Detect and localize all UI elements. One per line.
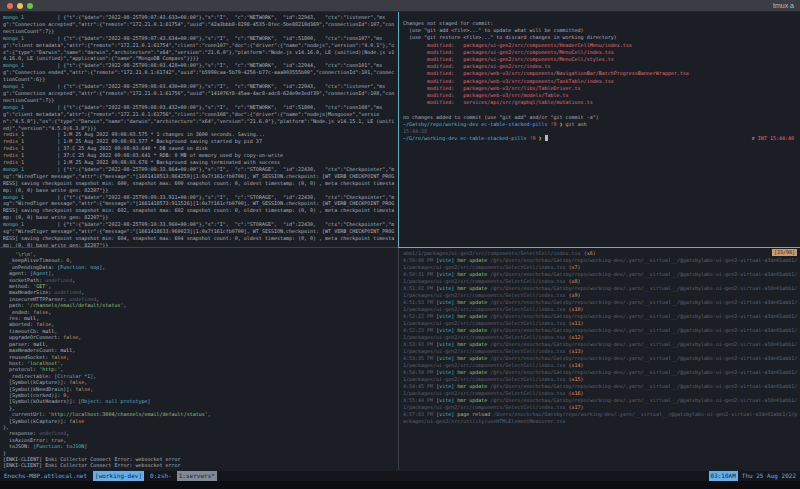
terminal-line: 4:54:34 PM [vite] hmr update /@fs/Users/… bbox=[403, 369, 798, 383]
terminal-line: ~/G/re/working-dev ec-table-stacked-pill… bbox=[403, 135, 798, 142]
status-hostname: Enochs-MBP.attlocal.net bbox=[4, 471, 87, 481]
pane-vite-logs[interactable]: abb1/1/packages/ui-gen2/src/components/S… bbox=[399, 248, 800, 470]
status-window-zsh[interactable]: 0:zsh- bbox=[150, 471, 172, 481]
terminal-line bbox=[403, 106, 798, 113]
pane-divider-horizontal-left[interactable] bbox=[0, 247, 398, 248]
terminal-line: modified: services/api/src/graphql/table… bbox=[403, 99, 798, 106]
terminal-line: 4:53:03 PM [vite] hmr update /@fs/Users/… bbox=[403, 341, 798, 355]
macos-titlebar: tmux a bbox=[0, 0, 800, 12]
terminal-line: modified: packages/ui-gen2/src/index.ts bbox=[403, 63, 798, 70]
terminal-line: mongo_1 | {"t":{"$date":"2022-08-25T09:0… bbox=[3, 166, 396, 194]
status-window-servers[interactable]: 1:servers* bbox=[177, 471, 217, 481]
terminal-line: ~/Gatsby/repo/working-dev ec-table-stack… bbox=[403, 121, 798, 128]
terminal-line: 15:44:38 bbox=[403, 128, 798, 135]
terminal-line: mongo_1 | {"t":{"$date":"2022-08-25T09:0… bbox=[3, 62, 396, 83]
terminal-line: redis_1 | 37:C 25 Aug 2022 09:08:03.640 … bbox=[3, 145, 396, 152]
terminal-line: no changes added to commit (use "git add… bbox=[403, 114, 798, 121]
terminal-line: mongo_1 | {"t":{"$date":"2022-08-25T09:1… bbox=[3, 221, 396, 247]
minimize-button[interactable] bbox=[17, 3, 23, 9]
terminal-line: 4:51:53 PM [vite] hmr update /@fs/Users/… bbox=[403, 299, 798, 313]
pane-node-error-logs[interactable]: '\r\n', _keepAliveTimeout: 0, _onPending… bbox=[0, 248, 398, 470]
terminal-line: mongo_1 | {"t":{"$date":"2022-08-25T09:0… bbox=[3, 104, 396, 132]
terminal-line: redis_1 | 37:C 25 Aug 2022 09:08:03.641 … bbox=[3, 152, 396, 159]
window-bottom-edge bbox=[0, 481, 800, 489]
terminal-line: 4:52:23 PM [vite] hmr update /@fs/Users/… bbox=[403, 327, 798, 341]
terminal-line: 4:55:44 PM [vite] hmr update /@fs/Users/… bbox=[403, 397, 798, 411]
terminal-line: 4:52:22 PM [vite] hmr update /@fs/Users/… bbox=[403, 313, 798, 327]
terminal-line: modified: packages/web-v3/src/libs/Table… bbox=[403, 85, 798, 92]
terminal-line: modified: packages/ui-gen2/src/component… bbox=[403, 56, 798, 63]
close-button[interactable] bbox=[7, 3, 13, 9]
terminal-line: 4:50:31 PM [vite] hmr update /@fs/Users/… bbox=[403, 271, 798, 285]
copy-mode-position-indicator: [23/98] bbox=[772, 249, 797, 256]
terminal-line: modified: packages/web-v3/src/components… bbox=[403, 70, 798, 77]
terminal-line: mongo_1 | {"t":{"$date":"2022-08-25T09:0… bbox=[3, 194, 396, 222]
pane-divider-horizontal-right-active[interactable] bbox=[399, 247, 800, 248]
status-session-badge: [working-dev] bbox=[93, 471, 144, 481]
terminal-line: 4:51:02 PM [vite] hmr update /@fs/Users/… bbox=[403, 285, 798, 299]
status-time-badge: 03:10AM bbox=[709, 471, 738, 481]
pane-docker-compose-logs[interactable]: mongo_1 | {"t":{"$date":"2022-08-25T09:0… bbox=[0, 12, 398, 247]
tmux-status-bar: Enochs-MBP.attlocal.net [working-dev] 0:… bbox=[0, 471, 800, 481]
terminal-line: 4:57:03 PM [vite] page reload /Users/eno… bbox=[403, 411, 798, 425]
pane-divider-vertical-active[interactable] bbox=[398, 12, 399, 248]
traffic-lights bbox=[7, 3, 33, 9]
terminal-line: [ENKI-CLIENT] Enki Collector Connect Err… bbox=[3, 462, 396, 468]
pane-git-status[interactable]: Changes not staged for commit: (use "git… bbox=[399, 12, 800, 247]
terminal-line: redis_1 | 1:M 25 Aug 2022 09:08:03.678 *… bbox=[3, 159, 396, 166]
terminal-line: mongo_1 | {"t":{"$date":"2022-08-25T09:0… bbox=[3, 83, 396, 104]
block-cursor bbox=[545, 135, 548, 141]
terminal-line: modified: packages/ui-gen2/src/component… bbox=[403, 49, 798, 56]
terminal-line: 4:50:08 PM [vite] hmr update /@fs/Users/… bbox=[403, 257, 798, 271]
terminal-line: redis_1 | 1:M 25 Aug 2022 09:08:03.577 *… bbox=[3, 138, 396, 145]
window-title: tmux a bbox=[773, 2, 794, 9]
tmux-window: tmux a mongo_1 | {"t":{"$date":"2022-08-… bbox=[0, 0, 800, 489]
terminal-line: modified: packages/web-v3/src/models/Tab… bbox=[403, 92, 798, 99]
status-date: Thu 25 Aug 2022 bbox=[742, 471, 796, 481]
terminal-line: (use "git restore <file>..." to discard … bbox=[403, 34, 798, 41]
terminal-line: modified: packages/ui-gen2/src/component… bbox=[403, 42, 798, 49]
terminal-line: redis_1 | 1:M 25 Aug 2022 09:08:03.575 *… bbox=[3, 131, 396, 138]
zoom-button[interactable] bbox=[27, 3, 33, 9]
terminal-line: Changes not staged for commit: bbox=[403, 20, 798, 27]
terminal-line: 4:53:35 PM [vite] hmr update /@fs/Users/… bbox=[403, 355, 798, 369]
terminal-line: mongo_1 | {"t":{"$date":"2022-08-25T09:0… bbox=[3, 35, 396, 63]
terminal-line: mongo_1 | {"t":{"$date":"2022-08-25T09:0… bbox=[3, 14, 396, 35]
terminal-line: modified: packages/web-v3/src/components… bbox=[403, 78, 798, 85]
terminal-line: 4:54:45 PM [vite] hmr update /@fs/Users/… bbox=[403, 383, 798, 397]
terminal-line: abb1/1/packages/ui-gen2/src/components/S… bbox=[403, 250, 798, 257]
terminal-line: (use "git add <file>..." to update what … bbox=[403, 27, 798, 34]
